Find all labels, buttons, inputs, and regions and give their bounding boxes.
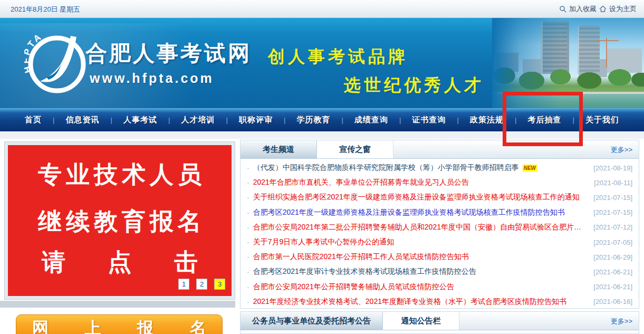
list-item: ·安徽医科大学附属巢湖医院2021年紧缺岗位招聘公告NEW[2021-08-19… <box>247 332 632 334</box>
bullet-icon: · <box>247 178 249 187</box>
list-item: ·（代发）中国科学院合肥物质科学研究院附属学校（筹）小学部骨干教师招聘启事NEW… <box>247 160 632 175</box>
news-link[interactable]: 2021年度经济专业技术资格考试、2021年度翻译专业资格（水平）考试合肥考区疫… <box>253 297 566 307</box>
list-item: ·2021年度经济专业技术资格考试、2021年度翻译专业资格（水平）考试合肥考区… <box>247 294 632 309</box>
news-date: [2021-06-16] <box>587 298 632 306</box>
site-title: 合肥人事考试网 <box>85 39 252 68</box>
news-date: [2021-06-21] <box>587 283 632 291</box>
list-item: ·合肥考区2021年度审计专业技术资格考试现场核查工作疫情防控公告[2021-0… <box>247 264 632 279</box>
continuing-education-banner[interactable]: 专业技术人员 继续教育报名 请 点 击 123 <box>8 145 232 296</box>
news-link[interactable]: 关于7月9日市人事考试中心暂停办公的通知 <box>253 237 395 247</box>
banner-pagination: 123 <box>178 279 225 290</box>
list-item: ·关于组织实施合肥考区2021年度一级建造师资格及注册设备监理师执业资格考试现场… <box>247 190 632 205</box>
banner-line-1: 专业技术人员 <box>8 159 232 190</box>
list-item: ·2021年合肥市市直机关、事业单位公开招募青年就业见习人员公告[2021-08… <box>247 175 632 190</box>
nav-item-7[interactable]: 成绩查询 <box>343 115 399 125</box>
online-registration-button[interactable]: 网 上 报 名 <box>16 314 223 334</box>
list-item: ·关于7月9日市人事考试中心暂停办公的通知[2021-07-05] <box>247 235 632 250</box>
announcement-news-list: ·安徽医科大学附属巢湖医院2021年紧缺岗位招聘公告NEW[2021-08-19… <box>241 330 639 334</box>
news-date: [2021-06-29] <box>587 253 632 261</box>
annotation-highlight-box <box>503 92 583 146</box>
news-link[interactable]: 合肥市公安局2021年公开招聘警务辅助人员笔试疫情防控公告 <box>253 282 454 292</box>
list-item: ·合肥考区2021年度一级建造师资格及注册设备监理师执业资格考试现场核查工作疫情… <box>247 205 632 220</box>
nav-item-2[interactable]: 信息资讯 <box>54 115 110 125</box>
banner-page-3[interactable]: 3 <box>214 279 225 290</box>
nav-item-3[interactable]: 人事考试 <box>112 115 168 125</box>
news-date: [2021-06-21] <box>587 268 632 276</box>
announcement-panel-tabs: 公务员与事业单位及委托招考公告 通知公告栏 更多>> <box>241 312 639 330</box>
news-link[interactable]: 合肥考区2021年度审计专业技术资格考试现场核查工作疫情防控公告 <box>253 267 476 276</box>
more-link-announcement[interactable]: 更多>> <box>611 312 632 330</box>
news-date: [2021-07-15] <box>587 194 632 202</box>
slogan-line-2: 选世纪优秀人才 <box>344 74 484 97</box>
bullet-icon: · <box>247 193 249 202</box>
bullet-icon: · <box>247 268 249 276</box>
news-date: [2021-08-19] <box>587 164 632 172</box>
news-date: [2021-07-12] <box>587 223 632 231</box>
page: 2021年8月20日 星期五 加入收藏 设为主页 HFPTA <box>0 0 644 334</box>
magnifier-icon <box>559 5 566 13</box>
bullet-icon: · <box>247 283 249 291</box>
banner-page-1[interactable]: 1 <box>178 279 189 290</box>
list-item: ·合肥市第一人民医院2021年公开招聘工作人员笔试疫情防控告知书[2021-06… <box>247 250 632 264</box>
news-link[interactable]: （代发）中国科学院合肥物质科学研究院附属学校（筹）小学部骨干教师招聘启事 <box>253 163 519 173</box>
banner-line-3: 请 点 击 <box>8 246 232 278</box>
news-link[interactable]: 合肥市公安局2021年第二批公开招聘警务辅助人员和2021年度中国（安徽）自由贸… <box>253 223 588 232</box>
tab-publicity-window[interactable]: 宣传之窗 <box>317 140 393 158</box>
add-favorite-link[interactable]: 加入收藏 <box>569 4 597 14</box>
site-url: www.hfpta.com <box>90 71 214 86</box>
news-link[interactable]: 关于组织实施合肥考区2021年度一级建造师资格及注册设备监理师执业资格考试现场核… <box>253 193 580 202</box>
banner-page-2[interactable]: 2 <box>196 279 207 290</box>
tab-notice-board[interactable]: 通知公告栏 <box>383 312 459 330</box>
divider-band <box>0 301 235 308</box>
news-date: [2021-08-11] <box>588 179 632 187</box>
slogan-line-1: 创人事考试品牌 <box>268 45 408 69</box>
news-date: [2021-07-15] <box>587 208 632 216</box>
nav-item-4[interactable]: 人才培训 <box>170 115 226 125</box>
news-link[interactable]: 合肥市第一人民医院2021年公开招聘工作人员笔试疫情防控告知书 <box>253 252 469 262</box>
news-link[interactable]: 合肥考区2021年度一级建造师资格及注册设备监理师执业资格考试现场核查工作疫情防… <box>253 208 565 217</box>
nav-item-5[interactable]: 职称评审 <box>228 115 284 125</box>
bullet-icon: · <box>247 223 249 232</box>
nav-item-8[interactable]: 证书查询 <box>401 115 457 125</box>
nav-item-6[interactable]: 学历教育 <box>285 115 341 125</box>
bullet-icon: · <box>247 238 249 246</box>
set-homepage-link[interactable]: 设为主页 <box>609 4 637 14</box>
current-date: 2021年8月20日 星期五 <box>11 5 80 14</box>
tab-candidate-channel[interactable]: 考生频道 <box>241 140 317 158</box>
bullet-icon: · <box>247 208 249 217</box>
top-utility-bar: 2021年8月20日 星期五 加入收藏 设为主页 <box>0 0 644 18</box>
candidate-news-list: ·（代发）中国科学院合肥物质科学研究院附属学校（筹）小学部骨干教师招聘启事NEW… <box>241 159 639 309</box>
new-badge: NEW <box>523 165 537 171</box>
bullet-icon: · <box>247 164 249 172</box>
nav-item-1[interactable]: 首页 <box>14 115 53 125</box>
promo-banner-frame: 专业技术人员 继续教育报名 请 点 击 123 <box>4 141 235 300</box>
news-date: [2021-07-05] <box>587 238 632 246</box>
home-icon <box>599 5 607 13</box>
list-item: ·合肥市公安局2021年第二批公开招聘警务辅助人员和2021年度中国（安徽）自由… <box>247 220 632 235</box>
candidate-channel-panel: 考生频道 宣传之窗 更多>> ·（代发）中国科学院合肥物质科学研究院附属学校（筹… <box>240 140 639 309</box>
news-link[interactable]: 2021年合肥市市直机关、事业单位公开招募青年就业见习人员公告 <box>253 178 469 187</box>
tab-civil-servant-announcements[interactable]: 公务员与事业单位及委托招考公告 <box>241 312 383 330</box>
bullet-icon: · <box>247 298 249 306</box>
announcement-panel: 公务员与事业单位及委托招考公告 通知公告栏 更多>> ·安徽医科大学附属巢湖医院… <box>240 311 639 334</box>
list-item: ·合肥市公安局2021年公开招聘警务辅助人员笔试疫情防控公告[2021-06-2… <box>247 280 632 294</box>
bullet-icon: · <box>247 253 249 261</box>
banner-line-2: 继续教育报名 <box>8 206 232 237</box>
more-link-candidate[interactable]: 更多>> <box>611 140 632 159</box>
site-logo[interactable]: HFPTA <box>24 26 88 97</box>
